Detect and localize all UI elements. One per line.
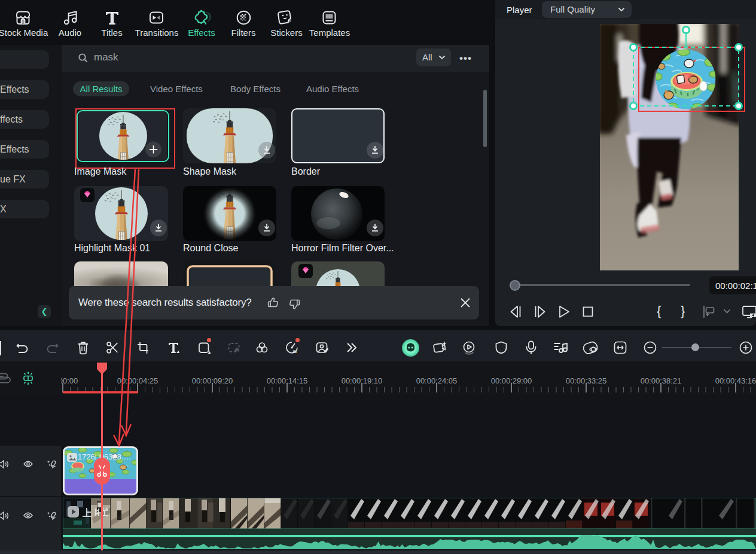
svg-text:00:00:29:00: 00:00:29:00 (491, 376, 532, 385)
svg-text:AI: AI (292, 349, 297, 354)
svg-text:00:00:00: 00:00:00 (48, 376, 78, 385)
svg-text:00:00:09:20: 00:00:09:20 (192, 376, 233, 385)
svg-text:00:00:14:15: 00:00:14:15 (267, 376, 308, 385)
svg-text:00:00:43:16: 00:00:43:16 (715, 376, 756, 385)
svg-text:00:00:19:10: 00:00:19:10 (342, 376, 383, 385)
svg-text:00:00:33:25: 00:00:33:25 (566, 376, 607, 385)
svg-text:00:00:24:05: 00:00:24:05 (416, 376, 458, 385)
svg-text:00:00:38:21: 00:00:38:21 (641, 376, 682, 385)
